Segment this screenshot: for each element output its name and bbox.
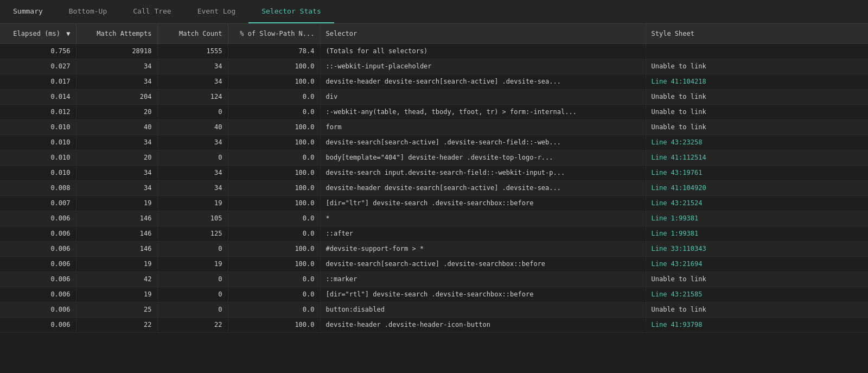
cell-selector: * xyxy=(320,211,646,226)
col-header-match-count[interactable]: Match Count xyxy=(157,24,228,43)
table-row[interactable]: 0.0103434100.0devsite-search[search-acti… xyxy=(0,135,868,150)
cell-stylesheet[interactable]: Line 41:104218 xyxy=(646,74,868,89)
cell-match-count: 124 xyxy=(157,89,228,104)
cell-match-count: 19 xyxy=(157,195,228,211)
cell-match-count: 0 xyxy=(157,104,228,119)
tab-summary[interactable]: Summary xyxy=(0,0,56,23)
cell-stylesheet: Unable to link xyxy=(646,59,868,74)
table-row[interactable]: 0.0102000.0body[template="404"] devsite-… xyxy=(0,150,868,165)
cell-stylesheet[interactable]: Line 1:99381 xyxy=(646,226,868,241)
tab-bottom-up[interactable]: Bottom-Up xyxy=(56,0,120,23)
cell-stylesheet xyxy=(646,43,868,59)
cell-selector: [dir="rtl"] devsite-search .devsite-sear… xyxy=(320,287,646,302)
cell-stylesheet[interactable]: Line 41:93798 xyxy=(646,317,868,332)
cell-elapsed: 0.006 xyxy=(0,302,76,317)
cell-elapsed: 0.006 xyxy=(0,256,76,271)
cell-match-count: 34 xyxy=(157,135,228,150)
cell-selector: devsite-search[search-active] .devsite-s… xyxy=(320,256,646,271)
table-row[interactable]: 0.0103434100.0devsite-search input.devsi… xyxy=(0,165,868,180)
table-row[interactable]: 0.0173434100.0devsite-header devsite-sea… xyxy=(0,74,868,89)
cell-match-count: 40 xyxy=(157,119,228,135)
cell-selector: devsite-search input.devsite-search-fiel… xyxy=(320,165,646,180)
cell-match-attempts: 146 xyxy=(76,211,157,226)
tab-selector-stats[interactable]: Selector Stats xyxy=(248,0,334,23)
cell-slow-path: 0.0 xyxy=(228,104,320,119)
cell-elapsed: 0.006 xyxy=(0,241,76,256)
cell-selector: button:disabled xyxy=(320,302,646,317)
col-header-stylesheet[interactable]: Style Sheet xyxy=(646,24,868,43)
table-row[interactable]: 0.0061461250.0::afterLine 1:99381 xyxy=(0,226,868,241)
cell-stylesheet[interactable]: Line 43:21524 xyxy=(646,195,868,211)
cell-match-attempts: 34 xyxy=(76,165,157,180)
table-row[interactable]: 0.0062222100.0devsite-header .devsite-he… xyxy=(0,317,868,332)
cell-elapsed: 0.756 xyxy=(0,43,76,59)
table-row[interactable]: 0.0061461050.0*Line 1:99381 xyxy=(0,211,868,226)
cell-elapsed: 0.008 xyxy=(0,180,76,195)
cell-elapsed: 0.010 xyxy=(0,150,76,165)
table-row[interactable]: 0.0083434100.0devsite-header devsite-sea… xyxy=(0,180,868,195)
cell-slow-path: 100.0 xyxy=(228,59,320,74)
cell-match-count: 22 xyxy=(157,317,228,332)
cell-match-attempts: 204 xyxy=(76,89,157,104)
table-row[interactable]: 0.0273434100.0::-webkit-input-placeholde… xyxy=(0,59,868,74)
cell-match-count: 34 xyxy=(157,74,228,89)
cell-elapsed: 0.010 xyxy=(0,165,76,180)
tab-event-log[interactable]: Event Log xyxy=(184,0,248,23)
cell-match-attempts: 40 xyxy=(76,119,157,135)
table-container: Elapsed (ms) ▼ Match Attempts Match Coun… xyxy=(0,24,868,333)
cell-match-count: 1555 xyxy=(157,43,228,59)
cell-slow-path: 0.0 xyxy=(228,89,320,104)
cell-match-attempts: 19 xyxy=(76,287,157,302)
col-header-match-attempts[interactable]: Match Attempts xyxy=(76,24,157,43)
col-header-selector[interactable]: Selector xyxy=(320,24,646,43)
cell-stylesheet[interactable]: Line 41:112514 xyxy=(646,150,868,165)
cell-slow-path: 100.0 xyxy=(228,165,320,180)
cell-selector: div xyxy=(320,89,646,104)
table-row[interactable]: 0.75628918155578.4(Totals for all select… xyxy=(0,43,868,59)
sort-desc-icon: ▼ xyxy=(66,30,70,37)
cell-match-attempts: 19 xyxy=(76,195,157,211)
cell-match-count: 0 xyxy=(157,241,228,256)
cell-stylesheet[interactable]: Line 1:99381 xyxy=(646,211,868,226)
cell-elapsed: 0.006 xyxy=(0,271,76,287)
table-row[interactable]: 0.0061460100.0#devsite-support-form > *L… xyxy=(0,241,868,256)
cell-stylesheet[interactable]: Line 41:104920 xyxy=(646,180,868,195)
cell-stylesheet: Unable to link xyxy=(646,89,868,104)
cell-stylesheet[interactable]: Line 43:21585 xyxy=(646,287,868,302)
col-header-slow-path[interactable]: % of Slow-Path N... xyxy=(228,24,320,43)
cell-selector: devsite-search[search-active] .devsite-s… xyxy=(320,135,646,150)
tab-call-tree[interactable]: Call Tree xyxy=(120,0,184,23)
cell-slow-path: 100.0 xyxy=(228,241,320,256)
cell-slow-path: 0.0 xyxy=(228,271,320,287)
cell-match-attempts: 25 xyxy=(76,302,157,317)
cell-elapsed: 0.010 xyxy=(0,135,76,150)
table-row[interactable]: 0.0104040100.0formUnable to link xyxy=(0,119,868,135)
table-row[interactable]: 0.0064200.0::markerUnable to link xyxy=(0,271,868,287)
cell-match-count: 0 xyxy=(157,302,228,317)
cell-elapsed: 0.010 xyxy=(0,119,76,135)
cell-match-attempts: 20 xyxy=(76,104,157,119)
table-row[interactable]: 0.0122000.0:-webkit-any(table, thead, tb… xyxy=(0,104,868,119)
table-row[interactable]: 0.0071919100.0[dir="ltr"] devsite-search… xyxy=(0,195,868,211)
cell-slow-path: 0.0 xyxy=(228,287,320,302)
table-row[interactable]: 0.0062500.0button:disabledUnable to link xyxy=(0,302,868,317)
col-header-elapsed[interactable]: Elapsed (ms) ▼ xyxy=(0,24,76,43)
cell-selector: (Totals for all selectors) xyxy=(320,43,646,59)
cell-selector: form xyxy=(320,119,646,135)
table-row[interactable]: 0.0061900.0[dir="rtl"] devsite-search .d… xyxy=(0,287,868,302)
cell-stylesheet[interactable]: Line 43:23258 xyxy=(646,135,868,150)
cell-match-count: 0 xyxy=(157,150,228,165)
cell-stylesheet: Unable to link xyxy=(646,302,868,317)
cell-match-attempts: 34 xyxy=(76,135,157,150)
cell-stylesheet[interactable]: Line 43:19761 xyxy=(646,165,868,180)
cell-selector: devsite-header devsite-search[search-act… xyxy=(320,74,646,89)
cell-elapsed: 0.006 xyxy=(0,317,76,332)
cell-match-count: 105 xyxy=(157,211,228,226)
table-row[interactable]: 0.0142041240.0divUnable to link xyxy=(0,89,868,104)
cell-elapsed: 0.014 xyxy=(0,89,76,104)
cell-slow-path: 0.0 xyxy=(228,226,320,241)
cell-stylesheet[interactable]: Line 43:21694 xyxy=(646,256,868,271)
cell-stylesheet: Unable to link xyxy=(646,271,868,287)
cell-stylesheet[interactable]: Line 33:110343 xyxy=(646,241,868,256)
table-row[interactable]: 0.0061919100.0devsite-search[search-acti… xyxy=(0,256,868,271)
